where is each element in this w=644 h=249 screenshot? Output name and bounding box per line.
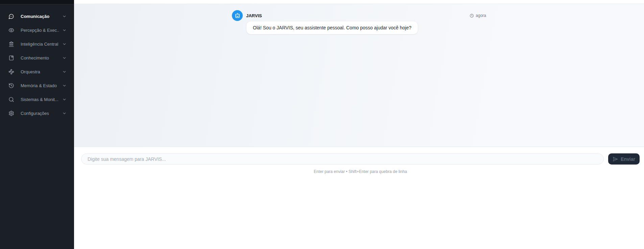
sidebar-nav: Comunicação Percepção & Exec... Inteligê… [0, 4, 74, 120]
sidebar-item-percepcao-exec[interactable]: Percepção & Exec... [0, 23, 74, 37]
sidebar-item-configuracoes[interactable]: Configurações [0, 106, 74, 120]
chevron-down-icon [62, 70, 67, 74]
sidebar-item-label: Percepção & Exec... [21, 28, 59, 33]
bot-icon [234, 13, 241, 19]
sidebar-item-sistemas-monit[interactable]: Sistemas & Monit... [0, 93, 74, 106]
message-input[interactable] [81, 153, 604, 165]
search-icon [8, 97, 14, 102]
chevron-down-icon [62, 14, 67, 19]
assistant-message: JARVIS agora Olá! Sou o JARVIS, seu assi… [232, 4, 486, 34]
sidebar-item-inteligencia-central[interactable]: Inteligência Central [0, 37, 74, 51]
message-bubble: Olá! Sou o JARVIS, seu assistente pessoa… [246, 21, 418, 34]
main-panel: JARVIS agora Olá! Sou o JARVIS, seu assi… [74, 0, 644, 249]
sidebar-item-label: Comunicação [21, 14, 59, 19]
chevron-down-icon [62, 97, 67, 102]
composer-hint: Enter para enviar • Shift+Enter para que… [81, 169, 640, 174]
sidebar-item-memoria-estado[interactable]: Memória & Estado [0, 79, 74, 93]
send-icon [613, 156, 618, 162]
eye-icon [8, 27, 14, 33]
timestamp-label: agora [476, 13, 486, 18]
message-timestamp: agora [470, 13, 486, 18]
send-button[interactable]: Enviar [608, 153, 640, 165]
send-button-label: Enviar [621, 156, 635, 162]
waypoints-icon [8, 69, 14, 75]
bot-avatar [232, 10, 243, 21]
history-icon [8, 83, 14, 89]
clock-icon [470, 14, 474, 18]
sidebar-item-label: Orquestra [21, 69, 59, 74]
sidebar-item-label: Memória & Estado [21, 83, 59, 88]
sidebar-item-label: Sistemas & Monit... [21, 97, 59, 102]
chat-icon [8, 14, 14, 19]
sidebar-top-strip [0, 0, 74, 4]
chevron-down-icon [62, 42, 67, 46]
chat-message-list: JARVIS agora Olá! Sou o JARVIS, seu assi… [74, 4, 644, 147]
sidebar-item-label: Conhecimento [21, 55, 59, 60]
settings-icon [8, 110, 14, 116]
composer: Enviar Enter para enviar • Shift+Enter p… [74, 147, 644, 174]
sidebar-item-comunicacao[interactable]: Comunicação [0, 9, 74, 23]
message-sender: JARVIS [246, 13, 262, 18]
sidebar-item-label: Configurações [21, 111, 59, 116]
notebook-icon [8, 55, 14, 61]
main-top-strip [74, 0, 644, 4]
sidebar: Comunicação Percepção & Exec... Inteligê… [0, 0, 74, 249]
chevron-down-icon [62, 28, 67, 32]
sidebar-item-label: Inteligência Central [21, 42, 59, 47]
landmark-icon [8, 41, 14, 47]
chevron-down-icon [62, 111, 67, 116]
message-header: JARVIS agora [232, 10, 486, 21]
composer-row: Enviar [81, 153, 640, 165]
chevron-down-icon [62, 56, 67, 60]
sidebar-item-conhecimento[interactable]: Conhecimento [0, 51, 74, 65]
sidebar-item-orquestra[interactable]: Orquestra [0, 65, 74, 79]
chevron-down-icon [62, 83, 67, 88]
app-root: Comunicação Percepção & Exec... Inteligê… [0, 0, 644, 249]
